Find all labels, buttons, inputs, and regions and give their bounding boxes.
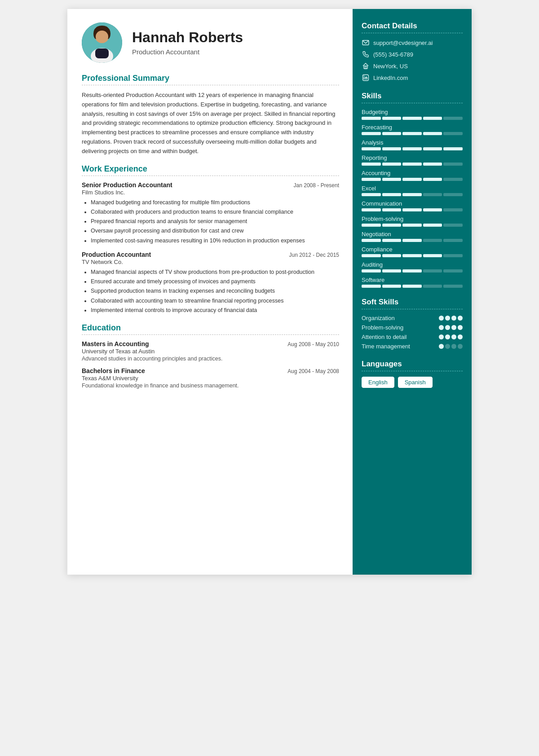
contact-value: LinkedIn.com xyxy=(373,75,408,81)
skill-segment xyxy=(443,239,463,242)
skill-name: Communication xyxy=(362,200,463,207)
resume-container: Hannah Roberts Production Accountant Pro… xyxy=(67,9,472,575)
contact-title: Contact Details xyxy=(362,22,463,31)
job-title: Production Accountant xyxy=(82,251,151,258)
skill-segment xyxy=(423,254,442,257)
soft-skill-row: Organization xyxy=(362,315,463,321)
list-item: Managed financial aspects of TV show pro… xyxy=(91,268,339,277)
languages-section: Languages EnglishSpanish xyxy=(362,360,463,388)
soft-skill-name: Time management xyxy=(362,343,410,350)
soft-skill-dots xyxy=(439,334,463,339)
skill-segment xyxy=(362,147,381,150)
header-text: Hannah Roberts Production Accountant xyxy=(132,30,243,55)
skill-bar xyxy=(362,163,463,166)
skills-title: Skills xyxy=(362,92,463,101)
skill-bar xyxy=(362,132,463,135)
skill-segment xyxy=(402,117,422,120)
skill-name: Forecasting xyxy=(362,124,463,131)
skill-segment xyxy=(443,254,463,257)
contact-item: support@cvdesigner.ai xyxy=(362,39,463,47)
skill-segment xyxy=(382,269,402,273)
soft-dot xyxy=(458,316,463,321)
phone-icon xyxy=(362,50,370,58)
skill-bar xyxy=(362,193,463,196)
skill-segment xyxy=(362,117,381,120)
job-dates: Jun 2012 - Dec 2015 xyxy=(289,252,339,258)
skill-bar xyxy=(362,117,463,120)
skill-segment xyxy=(382,208,402,211)
soft-dot xyxy=(458,334,463,339)
left-column: Hannah Roberts Production Accountant Pro… xyxy=(67,9,353,575)
skill-segment xyxy=(362,224,381,227)
soft-dot xyxy=(451,344,456,349)
job-entry: Production AccountantJun 2012 - Dec 2015… xyxy=(82,251,339,315)
edu-degree: Bachelors in Finance xyxy=(82,367,145,374)
skill-segment xyxy=(402,269,422,273)
skill-segment xyxy=(423,132,442,135)
skill-segment xyxy=(362,132,381,135)
soft-skill-name: Attention to detail xyxy=(362,334,406,340)
job-bullets: Managed financial aspects of TV show pro… xyxy=(82,268,339,315)
list-item: Oversaw payroll processing and distribut… xyxy=(91,226,339,236)
skill-segment xyxy=(402,147,422,150)
education-entry: Bachelors in FinanceAug 2004 - May 2008T… xyxy=(82,367,339,389)
contact-item: LinkedIn.com xyxy=(362,74,463,82)
skill-segment xyxy=(423,193,442,196)
edu-description: Foundational knowledge in finance and bu… xyxy=(82,382,339,389)
skill-bar xyxy=(362,269,463,273)
skill-name: Reporting xyxy=(362,154,463,161)
soft-skill-row: Time management xyxy=(362,343,463,350)
skill-bar xyxy=(362,224,463,227)
contact-section: Contact Details support@cvdesigner.ai (5… xyxy=(362,22,463,82)
education-divider xyxy=(82,334,339,335)
skill-segment xyxy=(402,163,422,166)
edu-dates: Aug 2008 - May 2010 xyxy=(287,341,339,347)
skill-segment xyxy=(423,163,442,166)
edu-header: Masters in AccountingAug 2008 - May 2010 xyxy=(82,340,339,347)
list-item: Prepared financial reports and analysis … xyxy=(91,217,339,226)
soft-skills-container: OrganizationProblem-solvingAttention to … xyxy=(362,315,463,350)
list-item: Collaborated with accounting team to str… xyxy=(91,296,339,306)
summary-section: Professional Summary Results-oriented Pr… xyxy=(82,74,339,156)
skill-segment xyxy=(423,178,442,181)
contact-item: NewYork, US xyxy=(362,62,463,70)
skill-segment xyxy=(362,285,381,288)
job-bullets: Managed budgeting and forecasting for mu… xyxy=(82,198,339,246)
work-experience-title: Work Experience xyxy=(82,164,339,174)
edu-description: Advanced studies in accounting principle… xyxy=(82,356,339,362)
skill-name: Problem-solving xyxy=(362,215,463,222)
skill-segment xyxy=(423,269,442,273)
skill-item: Software xyxy=(362,277,463,288)
skill-segment xyxy=(423,147,442,150)
summary-text: Results-oriented Production Accountant w… xyxy=(82,91,339,156)
skill-segment xyxy=(402,239,422,242)
skill-item: Auditing xyxy=(362,261,463,273)
svg-point-14 xyxy=(364,76,365,77)
svg-point-6 xyxy=(96,31,108,43)
list-item: Ensured accurate and timely processing o… xyxy=(91,277,339,286)
skill-segment xyxy=(443,193,463,196)
skill-segment xyxy=(402,132,422,135)
skill-item: Budgeting xyxy=(362,109,463,120)
work-experience-section: Work Experience Senior Production Accoun… xyxy=(82,164,339,316)
soft-dot xyxy=(445,334,450,339)
work-experience-divider xyxy=(82,176,339,176)
education-entry: Masters in AccountingAug 2008 - May 2010… xyxy=(82,340,339,362)
skills-divider xyxy=(362,103,463,103)
contact-value: (555) 345-6789 xyxy=(373,51,413,58)
skill-segment xyxy=(362,163,381,166)
skill-item: Forecasting xyxy=(362,124,463,135)
skill-segment xyxy=(423,208,442,211)
summary-title: Professional Summary xyxy=(82,74,339,83)
edu-degree: Masters in Accounting xyxy=(82,340,149,347)
soft-skill-row: Problem-solving xyxy=(362,324,463,331)
skill-segment xyxy=(443,147,463,150)
skill-segment xyxy=(402,208,422,211)
skill-segment xyxy=(423,285,442,288)
soft-dot xyxy=(451,334,456,339)
soft-dot xyxy=(458,344,463,349)
skill-segment xyxy=(443,285,463,288)
svg-rect-8 xyxy=(95,48,109,58)
skill-item: Compliance xyxy=(362,246,463,257)
soft-skill-name: Problem-solving xyxy=(362,324,403,331)
